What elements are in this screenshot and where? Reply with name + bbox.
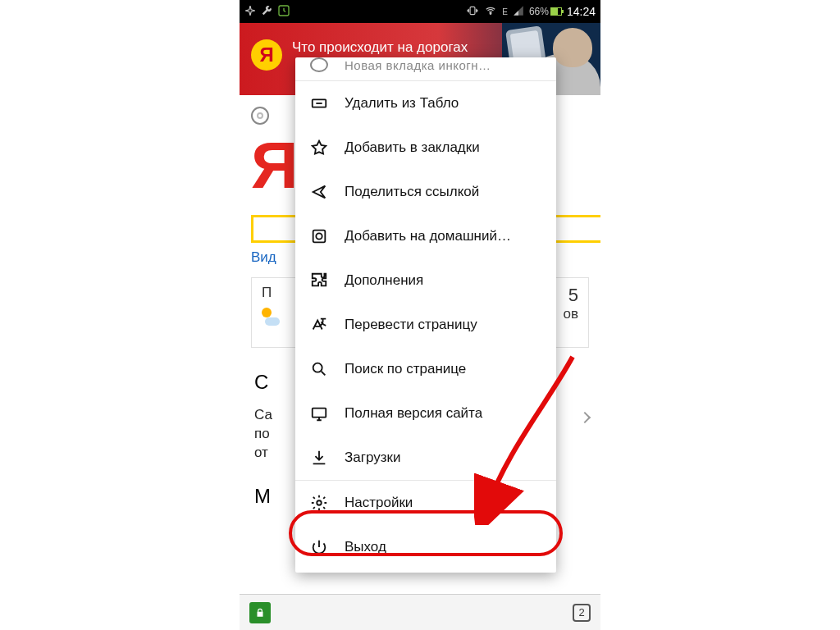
svg-point-5 [316, 233, 322, 239]
phone-viewport: E 66% 14:24 Я Что происходит на дорогах [240, 0, 600, 630]
svg-point-2 [490, 12, 491, 14]
menu-item-desktop-site[interactable]: Полная версия сайта [295, 391, 556, 436]
clock: 14:24 [567, 5, 596, 18]
circle-icon [310, 57, 328, 72]
menu-item-add-bookmark[interactable]: Добавить в закладки [295, 126, 556, 170]
menu-item-add-homescreen[interactable]: Добавить на домашний… [295, 214, 556, 258]
share-icon [310, 183, 328, 201]
bottom-toolbar: 2 [240, 594, 600, 630]
menu-label: Удалить из Табло [345, 95, 459, 112]
status-left [244, 4, 290, 20]
banner-headline: Что происходит на дорогах [292, 39, 468, 56]
svg-point-8 [317, 500, 322, 505]
wifi-icon [484, 5, 497, 19]
svg-point-6 [313, 363, 322, 372]
menu-item-translate[interactable]: Перевести страницу [295, 303, 556, 347]
menu-label: Перевести страницу [345, 317, 477, 333]
status-bar: E 66% 14:24 [240, 0, 600, 23]
menu-label: Поделиться ссылкой [345, 184, 479, 200]
star-icon [310, 139, 328, 157]
menu-label: Выход [345, 539, 386, 555]
battery-indicator: 66% [529, 6, 562, 17]
forecast-number: 5 [564, 285, 579, 306]
network-type: E [502, 7, 508, 16]
menu-item-addons[interactable]: Дополнения [295, 258, 556, 303]
gps-icon [244, 5, 256, 19]
menu-item-share-link[interactable]: Поделиться ссылкой [295, 170, 556, 214]
menu-item-exit[interactable]: Выход [295, 525, 556, 569]
menu-item-new-incognito[interactable]: Новая вкладка инкогн… [295, 57, 556, 80]
homescreen-icon [310, 227, 328, 245]
menu-label: Настройки [345, 495, 413, 511]
menu-label: Загрузки [345, 450, 400, 466]
vibrate-icon [466, 5, 479, 19]
tabs-button[interactable]: 2 [573, 604, 591, 622]
forecast-prefix: П [262, 285, 281, 301]
forecast-unit: ов [564, 306, 579, 322]
remove-tile-icon [310, 94, 328, 112]
gear-icon [310, 494, 328, 512]
menu-item-find-in-page[interactable]: Поиск по странице [295, 347, 556, 391]
menu-label: Новая вкладка инкогн… [345, 58, 491, 72]
signal-icon [513, 5, 524, 19]
article-line3: от [254, 443, 272, 462]
translate-icon [310, 316, 328, 334]
menu-label: Добавить на домашний… [345, 228, 511, 244]
menu-item-remove-tablo[interactable]: Удалить из Табло [295, 81, 556, 126]
power-icon [310, 538, 328, 556]
lock-icon[interactable] [249, 602, 271, 623]
desktop-icon [310, 404, 328, 422]
article-line1: Са [254, 405, 272, 424]
menu-label: Дополнения [345, 272, 423, 289]
status-right: E 66% 14:24 [466, 5, 596, 19]
update-icon [277, 4, 290, 20]
search-icon [310, 360, 328, 378]
yandex-logo-badge: Я [251, 39, 282, 71]
chevron-right-icon [579, 412, 591, 423]
wrench-icon [261, 5, 272, 19]
menu-label: Полная версия сайта [345, 405, 482, 422]
puzzle-icon [310, 272, 328, 290]
menu-item-settings[interactable]: Настройки [295, 481, 556, 525]
article-line2: по [254, 424, 272, 443]
svg-rect-4 [313, 231, 326, 243]
tab-count: 2 [578, 606, 584, 619]
menu-label: Поиск по странице [345, 361, 466, 377]
menu-item-downloads[interactable]: Загрузки [295, 436, 556, 480]
battery-pct: 66% [529, 6, 549, 17]
overflow-menu: Новая вкладка инкогн… Удалить из Табло Д… [295, 57, 556, 573]
svg-rect-1 [470, 7, 475, 14]
menu-label: Добавить в закладки [345, 139, 480, 156]
svg-rect-7 [313, 409, 326, 418]
download-icon [310, 449, 328, 467]
location-icon[interactable] [251, 107, 269, 125]
weather-icon [262, 308, 281, 327]
